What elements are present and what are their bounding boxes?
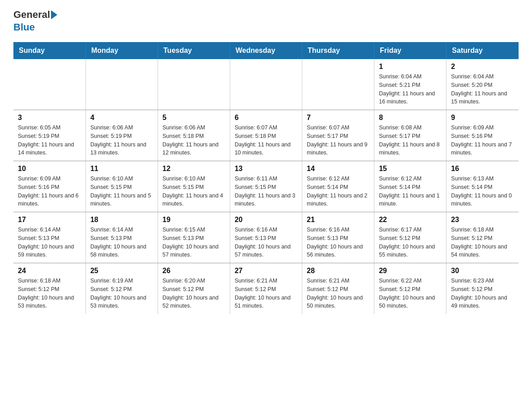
table-cell <box>86 59 158 110</box>
day-info: Sunrise: 6:08 AM Sunset: 5:17 PM Dayligh… <box>379 124 442 157</box>
table-cell: 21Sunrise: 6:16 AM Sunset: 5:13 PM Dayli… <box>302 212 374 263</box>
table-cell: 29Sunrise: 6:22 AM Sunset: 5:12 PM Dayli… <box>374 263 446 314</box>
day-info: Sunrise: 6:11 AM Sunset: 5:15 PM Dayligh… <box>235 175 297 208</box>
table-cell: 18Sunrise: 6:14 AM Sunset: 5:13 PM Dayli… <box>86 212 158 263</box>
logo-blue-text: Blue <box>13 21 35 33</box>
header-sunday: Sunday <box>13 42 86 59</box>
day-number: 6 <box>235 114 297 122</box>
week-row-4: 17Sunrise: 6:14 AM Sunset: 5:13 PM Dayli… <box>13 212 519 263</box>
week-row-3: 10Sunrise: 6:09 AM Sunset: 5:16 PM Dayli… <box>13 161 519 212</box>
day-info: Sunrise: 6:22 AM Sunset: 5:12 PM Dayligh… <box>379 277 442 310</box>
table-cell: 30Sunrise: 6:23 AM Sunset: 5:12 PM Dayli… <box>446 263 519 314</box>
day-number: 15 <box>379 165 442 173</box>
day-number: 20 <box>235 216 297 224</box>
table-cell: 9Sunrise: 6:09 AM Sunset: 5:16 PM Daylig… <box>446 110 519 161</box>
day-info: Sunrise: 6:09 AM Sunset: 5:16 PM Dayligh… <box>451 124 514 157</box>
table-cell: 2Sunrise: 6:04 AM Sunset: 5:20 PM Daylig… <box>446 59 519 110</box>
day-number: 11 <box>90 165 153 173</box>
day-info: Sunrise: 6:10 AM Sunset: 5:15 PM Dayligh… <box>163 175 225 208</box>
calendar-table: SundayMondayTuesdayWednesdayThursdayFrid… <box>13 42 519 314</box>
day-info: Sunrise: 6:23 AM Sunset: 5:12 PM Dayligh… <box>451 277 514 310</box>
day-info: Sunrise: 6:20 AM Sunset: 5:12 PM Dayligh… <box>163 277 225 310</box>
week-row-1: 1Sunrise: 6:04 AM Sunset: 5:21 PM Daylig… <box>13 59 519 110</box>
table-cell <box>13 59 86 110</box>
day-number: 12 <box>163 165 225 173</box>
table-cell <box>158 59 230 110</box>
day-info: Sunrise: 6:17 AM Sunset: 5:12 PM Dayligh… <box>379 226 442 259</box>
day-number: 1 <box>379 63 442 71</box>
table-cell: 15Sunrise: 6:12 AM Sunset: 5:14 PM Dayli… <box>374 161 446 212</box>
header-tuesday: Tuesday <box>158 42 230 59</box>
table-cell: 13Sunrise: 6:11 AM Sunset: 5:15 PM Dayli… <box>230 161 302 212</box>
day-info: Sunrise: 6:21 AM Sunset: 5:12 PM Dayligh… <box>235 277 297 310</box>
day-number: 7 <box>307 114 369 122</box>
day-info: Sunrise: 6:18 AM Sunset: 5:12 PM Dayligh… <box>18 277 81 310</box>
day-info: Sunrise: 6:04 AM Sunset: 5:20 PM Dayligh… <box>451 73 514 106</box>
day-info: Sunrise: 6:12 AM Sunset: 5:14 PM Dayligh… <box>379 175 442 208</box>
day-number: 19 <box>163 216 225 224</box>
day-number: 18 <box>90 216 153 224</box>
header-thursday: Thursday <box>302 42 374 59</box>
day-number: 29 <box>379 267 442 275</box>
day-number: 26 <box>163 267 225 275</box>
day-info: Sunrise: 6:06 AM Sunset: 5:18 PM Dayligh… <box>163 124 225 157</box>
logo-general-text: General <box>13 9 50 21</box>
table-cell: 4Sunrise: 6:06 AM Sunset: 5:19 PM Daylig… <box>86 110 158 161</box>
day-number: 23 <box>451 216 514 224</box>
table-cell: 26Sunrise: 6:20 AM Sunset: 5:12 PM Dayli… <box>158 263 230 314</box>
table-cell: 1Sunrise: 6:04 AM Sunset: 5:21 PM Daylig… <box>374 59 446 110</box>
day-number: 16 <box>451 165 514 173</box>
day-number: 24 <box>18 267 81 275</box>
logo-arrow-icon <box>51 10 57 19</box>
table-cell: 19Sunrise: 6:15 AM Sunset: 5:13 PM Dayli… <box>158 212 230 263</box>
table-cell: 17Sunrise: 6:14 AM Sunset: 5:13 PM Dayli… <box>13 212 86 263</box>
day-info: Sunrise: 6:18 AM Sunset: 5:12 PM Dayligh… <box>451 226 514 259</box>
week-row-5: 24Sunrise: 6:18 AM Sunset: 5:12 PM Dayli… <box>13 263 519 314</box>
day-info: Sunrise: 6:21 AM Sunset: 5:12 PM Dayligh… <box>307 277 369 310</box>
table-cell <box>230 59 302 110</box>
table-cell: 5Sunrise: 6:06 AM Sunset: 5:18 PM Daylig… <box>158 110 230 161</box>
table-cell: 3Sunrise: 6:05 AM Sunset: 5:19 PM Daylig… <box>13 110 86 161</box>
day-number: 22 <box>379 216 442 224</box>
day-number: 17 <box>18 216 81 224</box>
table-cell: 11Sunrise: 6:10 AM Sunset: 5:15 PM Dayli… <box>86 161 158 212</box>
header-monday: Monday <box>86 42 158 59</box>
table-cell: 28Sunrise: 6:21 AM Sunset: 5:12 PM Dayli… <box>302 263 374 314</box>
day-number: 25 <box>90 267 153 275</box>
day-number: 14 <box>307 165 369 173</box>
day-number: 27 <box>235 267 297 275</box>
day-number: 13 <box>235 165 297 173</box>
day-number: 5 <box>163 114 225 122</box>
calendar-header-row: SundayMondayTuesdayWednesdayThursdayFrid… <box>13 42 519 59</box>
table-cell: 25Sunrise: 6:19 AM Sunset: 5:12 PM Dayli… <box>86 263 158 314</box>
day-info: Sunrise: 6:13 AM Sunset: 5:14 PM Dayligh… <box>451 175 514 208</box>
day-info: Sunrise: 6:14 AM Sunset: 5:13 PM Dayligh… <box>18 226 81 259</box>
day-number: 9 <box>451 114 514 122</box>
table-cell: 12Sunrise: 6:10 AM Sunset: 5:15 PM Dayli… <box>158 161 230 212</box>
header-saturday: Saturday <box>446 42 519 59</box>
day-number: 4 <box>90 114 153 122</box>
day-info: Sunrise: 6:06 AM Sunset: 5:19 PM Dayligh… <box>90 124 153 157</box>
table-cell: 10Sunrise: 6:09 AM Sunset: 5:16 PM Dayli… <box>13 161 86 212</box>
day-info: Sunrise: 6:16 AM Sunset: 5:13 PM Dayligh… <box>307 226 369 259</box>
page-header: General Blue <box>13 9 519 33</box>
day-info: Sunrise: 6:04 AM Sunset: 5:21 PM Dayligh… <box>379 73 442 106</box>
table-cell: 7Sunrise: 6:07 AM Sunset: 5:17 PM Daylig… <box>302 110 374 161</box>
table-cell: 20Sunrise: 6:16 AM Sunset: 5:13 PM Dayli… <box>230 212 302 263</box>
day-info: Sunrise: 6:15 AM Sunset: 5:13 PM Dayligh… <box>163 226 225 259</box>
week-row-2: 3Sunrise: 6:05 AM Sunset: 5:19 PM Daylig… <box>13 110 519 161</box>
day-number: 2 <box>451 63 514 71</box>
table-cell: 27Sunrise: 6:21 AM Sunset: 5:12 PM Dayli… <box>230 263 302 314</box>
table-cell: 8Sunrise: 6:08 AM Sunset: 5:17 PM Daylig… <box>374 110 446 161</box>
day-info: Sunrise: 6:07 AM Sunset: 5:18 PM Dayligh… <box>235 124 297 157</box>
day-info: Sunrise: 6:12 AM Sunset: 5:14 PM Dayligh… <box>307 175 369 208</box>
day-number: 30 <box>451 267 514 275</box>
header-friday: Friday <box>374 42 446 59</box>
logo: General Blue <box>13 9 57 33</box>
day-number: 10 <box>18 165 81 173</box>
table-cell: 24Sunrise: 6:18 AM Sunset: 5:12 PM Dayli… <box>13 263 86 314</box>
day-info: Sunrise: 6:16 AM Sunset: 5:13 PM Dayligh… <box>235 226 297 259</box>
day-info: Sunrise: 6:07 AM Sunset: 5:17 PM Dayligh… <box>307 124 369 157</box>
day-number: 8 <box>379 114 442 122</box>
table-cell: 23Sunrise: 6:18 AM Sunset: 5:12 PM Dayli… <box>446 212 519 263</box>
